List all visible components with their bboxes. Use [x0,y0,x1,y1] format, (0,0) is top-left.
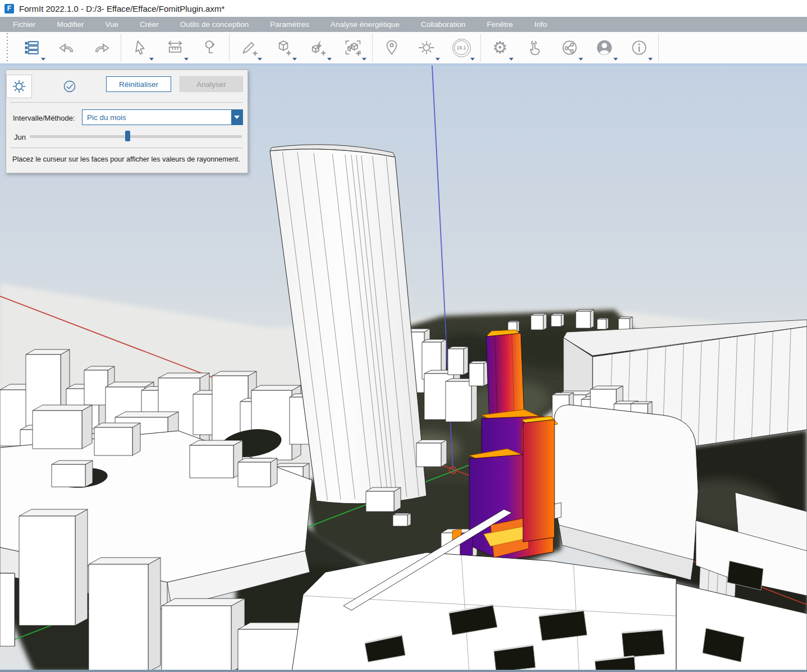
month-slider[interactable] [30,131,242,142]
plumb-marker-button[interactable] [192,33,227,62]
chevron-down-icon [509,58,513,61]
sun-icon [417,38,436,57]
measure-icon [166,38,185,57]
toolbar-separator [658,34,659,62]
main-toolbar: 19.1 ⚙ [0,32,807,63]
menu-bar: Fichier Modifier Vue Créer Outils de con… [0,17,807,32]
chevron-down-icon [362,58,366,61]
chevron-down-icon [258,58,262,61]
group-cube-add-icon [343,38,363,57]
title-bar: F FormIt 2022.1.0 - D:/3- Efface/Efface/… [0,0,807,17]
interval-method-dropdown[interactable]: Pic du mois [82,109,243,125]
content-palette-button[interactable] [15,33,49,62]
menu-fenetre[interactable]: Fenêtre [476,20,524,29]
share-button[interactable] [552,33,587,62]
window-bottom-edge [0,670,807,672]
primitive-add-button[interactable] [266,33,301,62]
window-title: FormIt 2022.1.0 - D:/3- Efface/Efface/Fo… [19,4,224,13]
measure-tool-button[interactable] [158,33,192,62]
panel-divider [11,148,243,148]
info-icon [630,38,649,57]
location-button[interactable] [374,33,409,62]
undo-icon [57,38,76,57]
settings-button[interactable]: ⚙ [483,33,517,62]
chevron-down-icon [648,58,653,61]
toolbar-separator [480,34,481,62]
slider-handle[interactable] [125,131,130,141]
generate-add-button[interactable] [301,33,336,62]
chevron-down-icon [234,116,240,119]
chevron-down-icon [41,58,45,61]
content-palette-icon [22,38,42,57]
cube-add-icon [274,38,293,57]
menu-modifier[interactable]: Modifier [47,20,95,29]
interval-method-value: Pic du mois [82,113,231,122]
chevron-down-icon [149,58,154,61]
select-arrow-icon [131,38,150,57]
chevron-down-icon [613,58,618,61]
plumb-marker-icon [200,38,219,57]
gear-icon: ⚙ [493,39,508,56]
chevron-down-icon [184,58,189,61]
hand-pointer-icon [525,38,544,57]
redo-button[interactable] [84,33,119,62]
menu-analyse-energetique[interactable]: Analyse énergétique [320,20,410,29]
menu-parametres[interactable]: Paramètres [259,20,320,29]
radiation-hint-text: Placez le curseur sur les faces pour aff… [12,155,240,163]
version-badge-button[interactable]: 19.1 [444,33,479,62]
cube-lightning-add-icon [309,38,328,57]
toolbar-separator [121,34,121,62]
toolbar-separator [372,34,373,62]
toolbar-separator [229,34,230,62]
analysis-ready-indicator [62,79,77,95]
menu-collaboration[interactable]: Collaboration [410,20,476,29]
formit-logo-icon: F [4,4,14,13]
sun-shadows-button[interactable] [409,33,444,62]
solar-analysis-panel: Réinitialiser Analyser Intervalle/Méthod… [6,70,248,173]
version-badge-icon: 19.1 [452,39,471,57]
dropdown-arrow-button[interactable] [231,110,242,125]
toolbar-drag-handle[interactable] [3,33,15,62]
menu-fichier[interactable]: Fichier [2,20,47,29]
reset-button[interactable]: Réinitialiser [106,76,171,92]
chevron-down-icon [327,58,332,61]
touch-navigation-button[interactable] [517,33,552,62]
menu-info[interactable]: Info [524,20,558,29]
menu-vue[interactable]: Vue [95,20,130,29]
pencil-add-icon [239,38,258,57]
chevron-down-icon [579,58,583,61]
check-circle-icon [62,79,77,94]
month-label: Jun [14,133,26,141]
redo-icon [92,38,111,57]
solar-sun-icon [11,78,27,95]
chevron-down-icon [435,58,440,61]
undo-button[interactable] [49,33,84,62]
select-tool-button[interactable] [123,33,158,62]
menu-creer[interactable]: Créer [129,20,169,29]
group-add-button[interactable] [336,33,370,62]
draw-tool-button[interactable] [231,33,266,62]
share-icon [560,38,579,57]
solar-tab[interactable] [6,75,32,98]
chevron-down-icon [292,58,297,61]
menu-outils-conception[interactable]: Outils de conception [169,20,259,29]
user-avatar-icon [595,38,614,57]
info-button[interactable] [622,33,657,62]
account-button[interactable] [587,33,622,62]
interval-method-label: Intervalle/Méthode: [13,114,75,122]
analyze-button[interactable]: Analyser [180,76,243,92]
location-pin-icon [382,38,401,57]
slider-track[interactable] [30,135,242,138]
chevron-down-icon [470,58,475,61]
panel-divider [11,102,243,103]
